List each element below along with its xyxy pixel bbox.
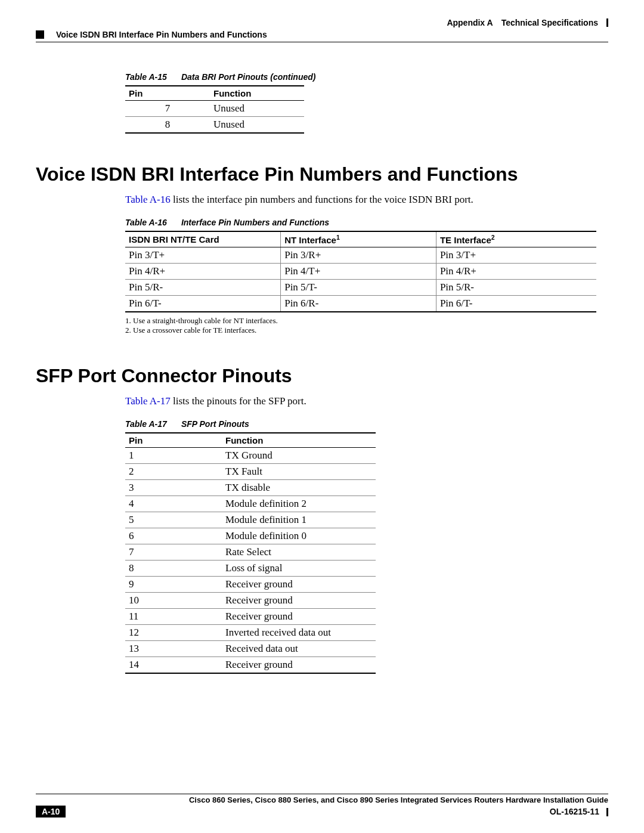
section1-intro-text: lists the interface pin numbers and func… (171, 194, 473, 205)
table-row: 12Inverted received data out (125, 625, 376, 641)
table-row: 8Loss of signal (125, 561, 376, 577)
cell: 7 (125, 544, 222, 561)
cell: Pin 3/R+ (281, 247, 436, 264)
table-row: Pin 6/T-Pin 6/R-Pin 6/T- (125, 296, 596, 312)
table-row: 11Receiver ground (125, 609, 376, 625)
cell: Receiver ground (222, 577, 376, 593)
section1-intro: Table A-16 lists the interface pin numbe… (125, 194, 608, 206)
section2-intro: Table A-17 lists the pinouts for the SFP… (125, 395, 608, 407)
table-a15-title: Data BRI Port Pinouts (continued) (181, 72, 316, 82)
page-footer: Cisco 860 Series, Cisco 880 Series, and … (36, 794, 608, 817)
cell: Pin 3/T+ (125, 247, 281, 264)
table-row: 2TX Fault (125, 464, 376, 480)
table-row: Pin 3/T+Pin 3/R+Pin 3/T+ (125, 247, 596, 264)
cell: Receiver ground (222, 657, 376, 674)
table-row: Pin 5/R-Pin 5/T-Pin 5/R- (125, 280, 596, 296)
cell: 8 (125, 117, 210, 134)
cell: 8 (125, 561, 222, 577)
header-rule (36, 42, 608, 42)
cell: 10 (125, 593, 222, 609)
table-a15-number: Table A-15 (125, 72, 179, 82)
cell: TX Ground (222, 448, 376, 464)
cell: Module definition 1 (222, 512, 376, 528)
table-row: 9Receiver ground (125, 577, 376, 593)
appendix-title: Technical Specifications (501, 18, 598, 27)
table-a17-title: SFP Port Pinouts (181, 419, 249, 429)
table-a17: Pin Function 1TX Ground2TX Fault3TX disa… (125, 432, 376, 674)
cell: Unused (210, 117, 304, 134)
cell: Pin 6/T- (125, 296, 281, 312)
cell: Unused (210, 101, 304, 117)
section2-intro-text: lists the pinouts for the SFP port. (171, 395, 306, 407)
footnote-1: 1. Use a straight-through cable for NT i… (125, 316, 608, 326)
cell: 5 (125, 512, 222, 528)
table-a16-caption: Table A-16 Interface Pin Numbers and Fun… (125, 218, 608, 227)
cell: Pin 6/T- (436, 296, 596, 312)
cell: Pin 3/T+ (436, 247, 596, 264)
cell: 4 (125, 496, 222, 512)
table-a15-col-pin: Pin (125, 86, 210, 101)
page-number-badge: A-10 (36, 806, 66, 817)
section-running-title: Voice ISDN BRI Interface Pin Numbers and… (56, 30, 267, 39)
cell: Pin 5/R- (436, 280, 596, 296)
footer-rule (36, 794, 608, 794)
cell: 1 (125, 448, 222, 464)
cell: Pin 4/T+ (281, 264, 436, 280)
table-row: 14Receiver ground (125, 657, 376, 674)
appendix-label: Appendix A (447, 18, 493, 27)
footer-bar-icon (606, 808, 608, 816)
cell: 7 (125, 101, 210, 117)
table-a15: Pin Function 7Unused 8Unused (125, 85, 304, 134)
table-a16-col2: NT Interface1 (281, 231, 436, 247)
cell: 3 (125, 480, 222, 496)
table-a16-link[interactable]: Table A-16 (125, 194, 171, 205)
cell: Inverted received data out (222, 625, 376, 641)
cell: Pin 5/T- (281, 280, 436, 296)
heading-voice-isdn: Voice ISDN BRI Interface Pin Numbers and… (36, 163, 608, 185)
cell: 9 (125, 577, 222, 593)
table-a17-number: Table A-17 (125, 419, 179, 429)
cell: 6 (125, 528, 222, 544)
cell: TX Fault (222, 464, 376, 480)
table-row: 10Receiver ground (125, 593, 376, 609)
table-row: 3TX disable (125, 480, 376, 496)
table-row: 1TX Ground (125, 448, 376, 464)
cell: 12 (125, 625, 222, 641)
cell: Loss of signal (222, 561, 376, 577)
cell: Receiver ground (222, 609, 376, 625)
footnote-2: 2. Use a crossover cable for TE interfac… (125, 326, 608, 335)
cell: 11 (125, 609, 222, 625)
table-a16: ISDN BRI NT/TE Card NT Interface1 TE Int… (125, 231, 596, 312)
table-row: 4Module definition 2 (125, 496, 376, 512)
cell: 13 (125, 641, 222, 657)
table-a16-title: Interface Pin Numbers and Functions (181, 218, 329, 227)
table-row: 6Module definition 0 (125, 528, 376, 544)
cell: Received data out (222, 641, 376, 657)
table-a16-number: Table A-16 (125, 218, 179, 227)
table-a17-link[interactable]: Table A-17 (125, 395, 171, 407)
cell: 14 (125, 657, 222, 674)
table-row: Pin 4/R+Pin 4/T+Pin 4/R+ (125, 264, 596, 280)
cell: 2 (125, 464, 222, 480)
cell: Rate Select (222, 544, 376, 561)
footer-doc-wrap: OL-16215-11 (550, 807, 608, 816)
page-header-right: Appendix A Technical Specifications (36, 18, 608, 27)
table-row: 13Received data out (125, 641, 376, 657)
table-row: 7Unused (125, 101, 304, 117)
cell: Pin 5/R- (125, 280, 281, 296)
cell: Module definition 2 (222, 496, 376, 512)
cell: Module definition 0 (222, 528, 376, 544)
table-a17-col-func: Function (222, 433, 376, 448)
cell: TX disable (222, 480, 376, 496)
table-row: 5Module definition 1 (125, 512, 376, 528)
table-row: 8Unused (125, 117, 304, 134)
header-bar-icon (606, 18, 608, 27)
table-a16-col3: TE Interface2 (436, 231, 596, 247)
page-header-left: Voice ISDN BRI Interface Pin Numbers and… (36, 30, 608, 39)
cell: Pin 6/R- (281, 296, 436, 312)
cell: Receiver ground (222, 593, 376, 609)
doc-number: OL-16215-11 (550, 807, 599, 816)
table-a16-col1: ISDN BRI NT/TE Card (125, 231, 281, 247)
cell: Pin 4/R+ (436, 264, 596, 280)
footer-guide-title: Cisco 860 Series, Cisco 880 Series, and … (36, 795, 608, 804)
